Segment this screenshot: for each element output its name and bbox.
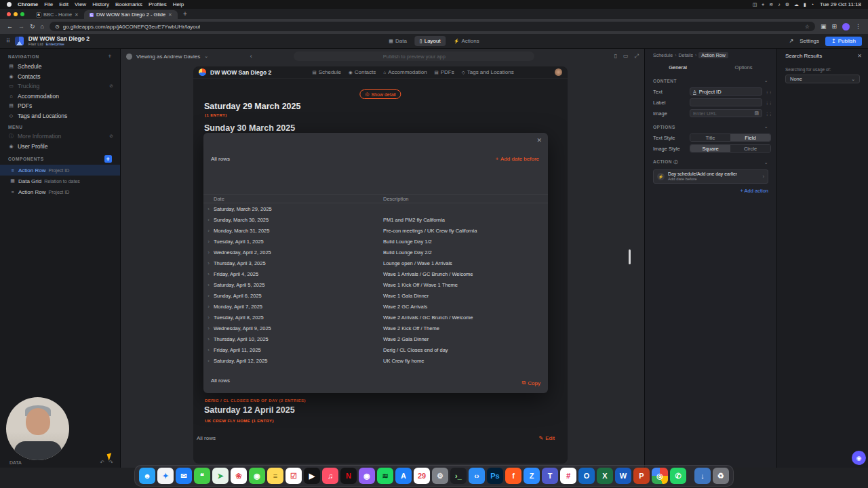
table-row[interactable]: › Saturday, March 29, 2025 (203, 203, 548, 214)
tab-actions[interactable]: ⚡ Actions (448, 36, 485, 46)
dock-icon[interactable]: ‹› (469, 468, 485, 484)
menubar-item-edit[interactable]: Edit (59, 1, 68, 7)
table-row[interactable]: › Thursday, April 3, 2025 Lounge open / … (203, 258, 548, 268)
close-tab-icon[interactable]: ✕ (75, 12, 79, 18)
sidebar-item-user-profile[interactable]: ◉ User Profile (0, 142, 120, 152)
text-style-field-option[interactable]: Field (730, 134, 770, 141)
tab-data[interactable]: ▦ Data (383, 36, 412, 46)
dock-icon[interactable]: ♫ (322, 468, 338, 484)
publish-button[interactable]: ↥ Publish (825, 37, 862, 46)
status-icon[interactable]: ◫ (753, 2, 757, 7)
action-card[interactable]: ⚡ Day schedule/Add one day earlier Add d… (653, 169, 768, 184)
forward-icon[interactable]: → (18, 23, 24, 30)
dock-icon[interactable]: P (633, 468, 650, 484)
table-row[interactable]: › Monday, April 7, 2025 Wave 2 GC Arriva… (203, 301, 548, 312)
drag-handle-icon[interactable]: ⋮⋮ (765, 89, 771, 94)
dock-icon[interactable]: W (615, 468, 631, 484)
minimize-window-button[interactable] (14, 12, 18, 16)
tab-layout[interactable]: ▯ Layout (414, 36, 446, 46)
status-icon[interactable]: ◔ (811, 2, 814, 7)
text-style-title-option[interactable]: Title (690, 134, 730, 141)
menubar-clock[interactable]: Tue 29 Oct 11:18 (820, 1, 861, 7)
dock-icon[interactable]: ❝ (194, 468, 210, 484)
app-logo[interactable] (15, 37, 24, 45)
sidebar-item-trucking[interactable]: ▭ Trucking ⊘ (0, 81, 120, 92)
loom-record-button[interactable]: ◉ (852, 451, 866, 465)
dock-icon[interactable]: f (505, 468, 521, 484)
close-modal-icon[interactable]: ✕ (536, 137, 542, 144)
side-panel-icon[interactable]: ▣ (821, 23, 827, 30)
drag-handle-icon[interactable]: ⋮⋮ (765, 111, 771, 116)
dock-icon[interactable]: ❀ (231, 468, 247, 484)
desktop-preview-icon[interactable]: ▭ (623, 53, 629, 60)
app-tab[interactable]: ⌂ Accommodation (383, 69, 427, 75)
menubar-item-bookmarks[interactable]: Bookmarks (115, 1, 142, 7)
add-action-button[interactable]: + Add action (645, 185, 776, 197)
browser-profile-avatar[interactable] (842, 23, 850, 30)
tab-general[interactable]: General (645, 62, 711, 73)
dock-icon[interactable]: ✉ (176, 468, 192, 484)
sidebar-item-more-information[interactable]: ⓘ More Information ⊘ (0, 131, 120, 142)
app-tab[interactable]: ▤ Schedule (313, 69, 342, 75)
menubar-item-profiles[interactable]: Profiles (149, 1, 167, 7)
apple-menu-icon[interactable] (7, 2, 12, 7)
app-tab[interactable]: ▤ PDFs (435, 69, 454, 75)
site-settings-icon[interactable]: ⊙ (55, 24, 60, 30)
show-detail-button[interactable]: ◎ Show detail (359, 89, 401, 99)
dock-icon[interactable]: ≋ (377, 468, 393, 484)
app-tab[interactable]: ◉ Contacts (349, 69, 376, 75)
menubar-item-file[interactable]: File (44, 1, 53, 7)
status-icon[interactable]: ▮ (804, 2, 806, 7)
breadcrumb-schedule[interactable]: Schedule (653, 53, 673, 58)
browser-tab-bbc[interactable]: B BBC - Home ✕ (31, 10, 84, 19)
dock-icon[interactable]: Z (524, 468, 540, 484)
dock-icon[interactable]: ⚙ (432, 468, 448, 484)
dock-icon[interactable]: ☑ (285, 468, 302, 484)
image-style-circle-option[interactable]: Circle (730, 145, 770, 152)
table-row[interactable]: › Wednesday, April 9, 2025 Wave 2 Kick O… (203, 323, 548, 333)
dock-icon[interactable]: A (395, 468, 412, 484)
menubar-item-history[interactable]: History (92, 1, 109, 7)
breadcrumb-details[interactable]: Details (679, 53, 693, 58)
image-style-square-option[interactable]: Square (690, 145, 730, 152)
drag-handle-icon[interactable]: ⋮⋮ (765, 100, 771, 105)
table-row[interactable]: › Tuesday, April 1, 2025 Build Lounge Da… (203, 236, 548, 247)
share-icon[interactable]: ↗ (789, 38, 793, 44)
table-row[interactable]: › Saturday, April 5, 2025 Wave 1 Kick Of… (203, 279, 548, 290)
component-action-row-2[interactable]: ≡ Action Row Project ID (0, 186, 120, 197)
new-tab-button[interactable]: + (183, 10, 187, 18)
status-icon[interactable]: ⌖ (762, 2, 764, 7)
component-action-row-1[interactable]: ≡ Action Row Project ID (0, 165, 120, 176)
image-url-input[interactable] (693, 110, 759, 117)
status-icon[interactable]: ⚙ (785, 2, 789, 7)
browser-menu-icon[interactable]: ⋮ (855, 23, 861, 30)
dock-icon[interactable]: ▶ (304, 468, 320, 484)
app-user-avatar[interactable] (555, 68, 562, 76)
dock-icon[interactable]: ›_ (450, 468, 467, 484)
dock-icon[interactable]: ◉ (249, 468, 265, 484)
breadcrumb-action-row[interactable]: Action Row (698, 52, 728, 58)
close-tab-icon[interactable]: ✕ (168, 12, 172, 18)
dock-icon[interactable]: ➤ (212, 468, 229, 484)
dock-icon[interactable]: ✆ (670, 468, 686, 484)
dock-icon[interactable]: ☻ (139, 468, 155, 484)
table-row[interactable]: › Sunday, April 6, 2025 Wave 1 Gala Dinn… (203, 290, 548, 301)
viewing-as-selector[interactable]: Viewing as Andrew Davies (136, 54, 200, 60)
sidebar-item-contacts[interactable]: ◉ Contacts (0, 72, 120, 82)
dock-icon[interactable]: 29 (414, 468, 430, 484)
dock-icon[interactable]: ♻ (713, 468, 729, 484)
content-section-header[interactable]: CONTENT ⌄ (645, 73, 776, 86)
table-row[interactable]: › Thursday, April 10, 2025 Wave 2 Gala D… (203, 333, 548, 344)
table-row[interactable]: › Friday, April 11, 2025 Derig / CL Clos… (203, 344, 548, 355)
dock-icon[interactable]: T (542, 468, 558, 484)
status-icon[interactable]: ≋ (769, 2, 773, 7)
add-date-before-button[interactable]: + Add date before (495, 156, 539, 162)
menubar-item-view[interactable]: View (75, 1, 86, 7)
table-row[interactable]: › Sunday, March 30, 2025 PM1 and PM2 fly… (203, 214, 548, 225)
dock-icon[interactable]: ◎ (652, 468, 668, 484)
settings-button[interactable]: Settings (800, 38, 819, 44)
menubar-item-help[interactable]: Help (173, 1, 184, 7)
table-row[interactable]: › Saturday, April 12, 2025 UK Crew fly h… (203, 355, 548, 366)
zoom-window-button[interactable] (20, 12, 24, 16)
dock-icon[interactable]: ◉ (359, 468, 375, 484)
